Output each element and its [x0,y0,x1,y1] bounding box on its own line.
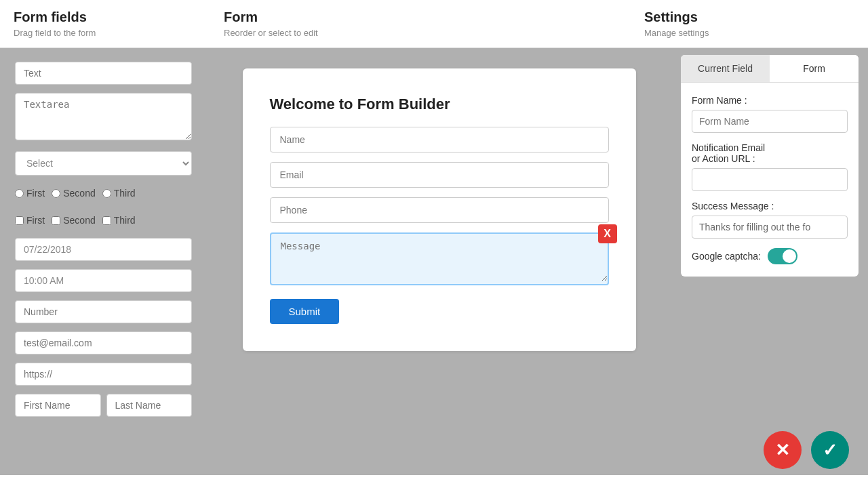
form-phone-input[interactable] [270,197,609,223]
name-field [270,127,609,152]
captcha-row: Google captcha: [692,248,848,264]
radio-input-third[interactable] [102,189,111,198]
name-fields-item [15,394,192,417]
remove-field-button[interactable]: X [598,224,617,243]
header: Form fields Drag field to the form Form … [0,0,868,48]
form-card: Welcome to Form Builder X Submit [243,68,636,351]
captcha-label: Google captcha: [692,251,761,262]
number-field-item [15,300,192,323]
checkbox-third[interactable]: Third [102,215,136,226]
radio-first[interactable]: First [15,188,45,199]
lastname-input[interactable] [106,394,193,417]
main-layout: Select First Second Third First Second T… [0,48,868,475]
success-message-label: Success Message : [692,201,848,211]
message-field: X [270,232,609,285]
form-email-input[interactable] [270,162,609,188]
form-name-label: Form Name : [692,95,848,106]
action-buttons: ✕ ✓ [764,431,849,469]
checkbox-second[interactable]: Second [52,215,95,226]
email-field [270,162,609,188]
textarea-input[interactable] [15,93,192,140]
tab-current-field[interactable]: Current Field [681,55,770,82]
time-field-item [15,269,192,292]
form-sub: Reorder or select to edit [224,28,644,38]
form-card-title: Welcome to Form Builder [270,96,609,113]
settings-body: Form Name : Notification Email or Action… [681,83,859,277]
submit-button[interactable]: Submit [270,299,340,324]
message-textarea-wrap: X [270,232,609,285]
url-input[interactable] [15,363,192,386]
radio-second[interactable]: Second [52,188,95,199]
form-name-input[interactable] [270,127,609,152]
header-fields: Form fields Drag field to the form [14,9,224,38]
settings-title: Settings [644,9,854,25]
firstname-input[interactable] [15,394,101,417]
form-title: Form [224,9,644,25]
fields-title: Form fields [14,9,224,25]
right-panel: Current Field Form Form Name : Notificat… [671,48,868,475]
time-input[interactable] [15,269,192,292]
checkbox-input-third[interactable] [102,216,111,225]
header-settings: Settings Manage settings [644,9,854,38]
email-input[interactable] [15,331,192,354]
date-field-item [15,238,192,261]
center-panel: Welcome to Form Builder X Submit [207,48,671,475]
text-input[interactable] [15,62,192,85]
checkbox-input-first[interactable] [15,216,24,225]
select-field-item: Select [15,151,192,176]
text-field-item [15,62,192,85]
checkbox-group: First Second Third [15,211,192,230]
phone-field [270,197,609,223]
radio-input-second[interactable] [52,189,60,198]
radio-group: First Second Third [15,184,192,203]
toggle-slider [768,248,797,264]
checkbox-input-second[interactable] [52,216,60,225]
settings-card: Current Field Form Form Name : Notificat… [681,55,859,277]
tab-form[interactable]: Form [770,55,859,82]
radio-input-first[interactable] [15,189,24,198]
radio-third[interactable]: Third [102,188,136,199]
notification-input[interactable] [692,168,848,191]
url-field-item [15,363,192,386]
settings-tabs: Current Field Form [681,55,859,83]
header-form: Form Reorder or select to edit [224,9,644,38]
captcha-toggle[interactable] [768,248,797,264]
number-input[interactable] [15,300,192,323]
cancel-button[interactable]: ✕ [764,431,802,469]
form-name-setting-input[interactable] [692,110,848,133]
fields-sub: Drag field to the form [14,28,224,38]
select-input[interactable]: Select [15,151,192,176]
settings-sub: Manage settings [644,28,854,38]
left-panel: Select First Second Third First Second T… [0,48,207,475]
notification-label: Notification Email or Action URL : [692,142,848,164]
date-input[interactable] [15,238,192,261]
checkbox-first[interactable]: First [15,215,45,226]
success-message-input[interactable] [692,216,848,239]
form-message-textarea[interactable] [271,234,608,281]
textarea-field-item [15,93,192,143]
email-field-item [15,331,192,354]
confirm-button[interactable]: ✓ [811,431,849,469]
